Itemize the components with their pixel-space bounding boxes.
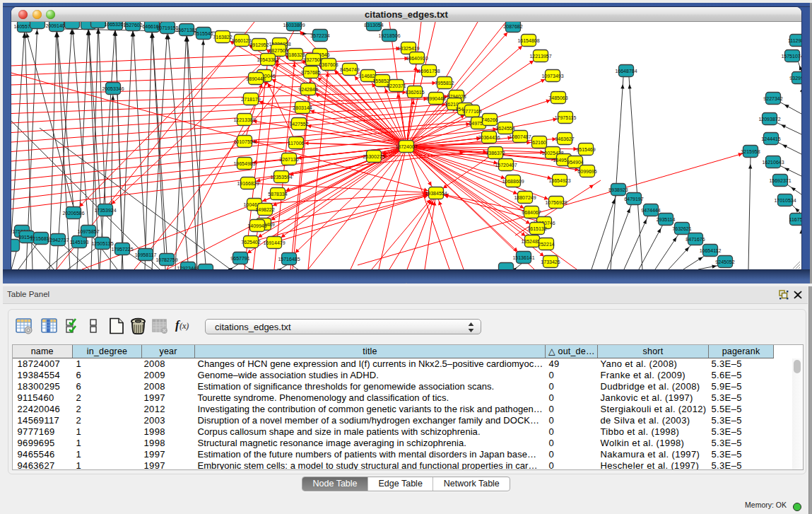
svg-text:1409949: 1409949 [247, 223, 266, 228]
svg-text:18807249: 18807249 [514, 195, 536, 200]
svg-text:9327508: 9327508 [303, 57, 322, 62]
svg-text:15716485: 15716485 [278, 257, 300, 262]
svg-text:9515469: 9515469 [576, 147, 595, 152]
svg-text:6479197: 6479197 [624, 197, 643, 201]
svg-text:3624554: 3624554 [495, 126, 514, 131]
svg-text:16210643: 16210643 [762, 160, 784, 165]
svg-text:12942737: 12942737 [47, 238, 69, 243]
svg-text:18640910: 18640910 [406, 56, 428, 61]
svg-text:10688609: 10688609 [502, 179, 524, 184]
svg-text:12213957: 12213957 [529, 54, 551, 59]
svg-text:10107554: 10107554 [233, 139, 255, 144]
svg-text:7632621: 7632621 [672, 226, 691, 231]
svg-text:252214: 252214 [538, 242, 554, 247]
svg-text:12353594: 12353594 [270, 175, 292, 180]
svg-text:10958117: 10958117 [135, 252, 157, 257]
svg-text:17975115: 17975115 [555, 115, 577, 120]
svg-text:16961758: 16961758 [418, 69, 440, 74]
svg-text:10782759: 10782759 [155, 257, 177, 262]
svg-text:16154808: 16154808 [517, 38, 539, 43]
svg-text:17010534: 17010534 [774, 198, 796, 203]
svg-text:19166829: 19166829 [237, 181, 259, 186]
svg-text:9245052: 9245052 [715, 259, 734, 264]
svg-text:9227342: 9227342 [763, 96, 782, 101]
svg-text:7955812: 7955812 [435, 81, 454, 86]
svg-text:9657791: 9657791 [230, 256, 249, 261]
svg-text:10975857: 10975857 [77, 229, 99, 234]
svg-text:13325419: 13325419 [397, 46, 419, 51]
svg-text:18724007: 18724007 [395, 144, 417, 149]
svg-text:15136141: 15136141 [512, 255, 534, 260]
svg-text:1112981: 1112981 [788, 38, 801, 43]
svg-text:1244415: 1244415 [761, 136, 780, 141]
svg-text:15720407: 15720407 [495, 163, 517, 168]
svg-text:8471676: 8471676 [686, 237, 705, 242]
svg-text:15751074: 15751074 [781, 54, 801, 59]
svg-text:8186328: 8186328 [286, 52, 305, 57]
svg-text:10807487: 10807487 [509, 134, 531, 139]
svg-text:1362615: 1362615 [405, 90, 424, 95]
svg-text:9684067: 9684067 [522, 210, 541, 215]
svg-text:10756928: 10756928 [545, 200, 567, 205]
svg-text:2087682: 2087682 [503, 24, 522, 29]
svg-text:6099695: 6099695 [577, 169, 596, 174]
svg-text:5878334: 5878334 [268, 192, 287, 197]
svg-text:9474444: 9474444 [641, 208, 660, 213]
svg-text:12093872: 12093872 [758, 117, 780, 122]
svg-text:12505135: 12505135 [91, 241, 113, 246]
svg-text:3215958: 3215958 [741, 149, 760, 154]
svg-text:8220371: 8220371 [387, 83, 406, 88]
svg-text:3267130: 3267130 [279, 157, 298, 162]
svg-text:9890448: 9890448 [246, 76, 265, 81]
svg-text:7485063: 7485063 [548, 95, 567, 100]
svg-text:19654983: 19654983 [233, 161, 255, 166]
svg-text:7625402: 7625402 [241, 240, 260, 245]
svg-text:9463627: 9463627 [555, 136, 574, 141]
svg-text:1145193: 1145193 [70, 240, 89, 245]
svg-text:9777169: 9777169 [462, 109, 481, 114]
svg-text:17957225: 17957225 [111, 247, 133, 252]
svg-text:8427552: 8427552 [289, 122, 308, 127]
svg-text:62160: 62160 [532, 140, 546, 145]
svg-text:3572234: 3572234 [310, 33, 329, 38]
svg-text:12923448: 12923448 [177, 266, 199, 270]
svg-text:20053346: 20053346 [102, 86, 124, 91]
svg-text:746266: 746266 [481, 117, 498, 122]
svg-text:2803144: 2803144 [293, 105, 312, 110]
svg-text:8313054: 8313054 [364, 23, 383, 28]
svg-text:1498222: 1498222 [255, 207, 274, 212]
svg-text:16914479: 16914479 [263, 240, 285, 245]
svg-text:2935114: 2935114 [657, 217, 676, 222]
svg-text:9242848: 9242848 [298, 87, 317, 92]
svg-text:954904: 954904 [567, 160, 583, 165]
svg-text:8757685: 8757685 [301, 70, 320, 75]
svg-text:117006: 117006 [288, 141, 305, 146]
svg-text:20364436: 20364436 [478, 135, 500, 140]
svg-text:9329965: 9329965 [789, 76, 801, 81]
svg-text:1527602: 1527602 [123, 23, 142, 28]
svg-text:15692371: 15692371 [769, 178, 791, 183]
svg-text:12213389: 12213389 [233, 117, 255, 122]
svg-text:10654112: 10654112 [700, 248, 722, 253]
svg-text:16033809: 16033809 [283, 23, 305, 28]
svg-text:19218506: 19218506 [378, 33, 400, 38]
svg-text:2718179: 2718179 [241, 97, 260, 102]
svg-text:7515546: 7515546 [194, 31, 213, 36]
svg-text:1733426: 1733426 [541, 259, 560, 264]
svg-text:13654923: 13654923 [548, 178, 570, 183]
svg-text:8660123: 8660123 [232, 38, 251, 43]
svg-text:10543382: 10543382 [257, 57, 278, 62]
svg-text:8990448: 8990448 [426, 96, 445, 101]
svg-text:116753: 116753 [789, 217, 801, 222]
svg-text:16648784: 16648784 [615, 69, 637, 74]
svg-text:10973493: 10973493 [541, 74, 563, 78]
svg-text:2367608: 2367608 [319, 62, 338, 67]
svg-text:20206586: 20206586 [62, 211, 84, 216]
svg-text:17353924: 17353924 [94, 208, 116, 213]
svg-text:7386372: 7386372 [486, 151, 505, 156]
svg-text:8938923: 8938923 [608, 187, 628, 192]
svg-text:7163822: 7163822 [213, 35, 232, 40]
svg-text:19384554: 19384554 [425, 191, 447, 196]
svg-text:1615132: 1615132 [527, 226, 546, 231]
svg-text:8912952: 8912952 [249, 42, 269, 47]
